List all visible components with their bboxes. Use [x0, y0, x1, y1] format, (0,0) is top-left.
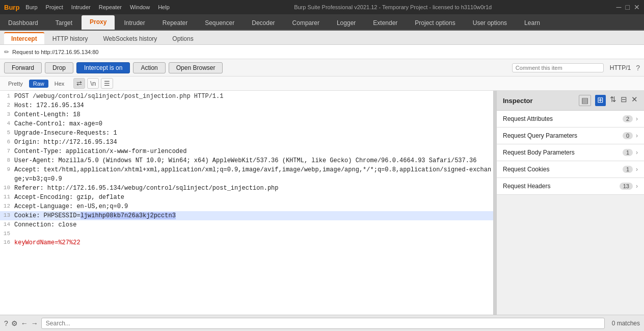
nav-back-button[interactable]: ←: [21, 319, 28, 327]
inspector-headers-label: Request Headers: [503, 183, 620, 190]
tab-comparer[interactable]: Comparer: [284, 16, 328, 30]
tab-dashboard[interactable]: Dashboard: [0, 16, 46, 30]
tab-intercept[interactable]: Intercept: [4, 32, 44, 44]
inspector-cookies-chevron: ›: [636, 166, 638, 173]
matches-count: 0 matches: [612, 320, 640, 327]
status-bar: ? ⚙ ← → 0 matches: [0, 315, 644, 331]
tab-intruder[interactable]: Intruder: [116, 16, 153, 30]
inspector-query-params-chevron: ›: [636, 132, 638, 139]
code-line-9: 9Accept: text/html,application/xhtml+xml…: [0, 165, 493, 184]
tab-logger[interactable]: Logger: [329, 16, 364, 30]
app-logo: Burp: [4, 4, 19, 11]
edit-icon: ✏: [4, 48, 9, 56]
intercept-toggle[interactable]: Intercept is on: [76, 62, 130, 73]
tab-decoder[interactable]: Decoder: [244, 16, 283, 30]
http-version: HTTP/1: [610, 64, 631, 71]
code-line-2: 2Host: 172.16.95.134: [0, 101, 493, 110]
code-line-3: 3Content-Length: 18: [0, 110, 493, 119]
menu-window[interactable]: Window: [130, 4, 150, 10]
inspector-query-params-label: Request Query Parameters: [503, 132, 623, 139]
inspector-request-attributes-label: Request Attributes: [503, 115, 623, 122]
format-hex[interactable]: Hex: [50, 80, 69, 88]
content-area: 1POST /webug/control/sqlinject/post_inje…: [0, 91, 644, 315]
inspector-cookies[interactable]: Request Cookies 1 ›: [497, 161, 644, 178]
code-line-11: 11Accept-Encoding: gzip, deflate: [0, 193, 493, 202]
code-line-4: 4Cache-Control: max-age=0: [0, 119, 493, 129]
request-bar: ✏ Request to http://172.16.95.134:80: [0, 45, 644, 59]
main-tabs: Dashboard Target Proxy Intruder Repeater…: [0, 14, 644, 31]
tab-learn[interactable]: Learn: [516, 16, 548, 30]
forward-button[interactable]: Forward: [4, 62, 42, 73]
format-tabs: Pretty Raw Hex ⇄ \n ☰: [0, 77, 644, 91]
nav-forward-button[interactable]: →: [31, 319, 38, 327]
menu-project[interactable]: Project: [46, 4, 63, 10]
format-icon3[interactable]: ☰: [101, 78, 113, 89]
editor-pane[interactable]: 1POST /webug/control/sqlinject/post_inje…: [0, 91, 494, 315]
inspector-body-params-chevron: ›: [636, 149, 638, 156]
inspector-body-params-count: 1: [623, 149, 633, 156]
inspector-list-icon[interactable]: ▤: [579, 95, 591, 106]
format-icon2[interactable]: \n: [87, 78, 99, 89]
code-line-1: 1POST /webug/control/sqlinject/post_inje…: [0, 92, 493, 101]
inspector-headers-chevron: ›: [636, 183, 638, 190]
menu-burp[interactable]: Burp: [25, 4, 37, 10]
inspector-cookies-count: 1: [623, 166, 633, 173]
inspector-query-params[interactable]: Request Query Parameters 0 ›: [497, 128, 644, 144]
sub-tabs: Intercept HTTP history WebSockets histor…: [0, 31, 644, 45]
inspector-grid-icon[interactable]: ⊞: [595, 95, 606, 106]
window-controls[interactable]: ─ □ ✕: [616, 3, 640, 11]
menu-intruder[interactable]: Intruder: [71, 4, 91, 10]
inspector-request-attributes-count: 2: [623, 115, 633, 122]
menu-help[interactable]: Help: [158, 4, 170, 10]
action-button[interactable]: Action: [133, 62, 165, 73]
tab-extender[interactable]: Extender: [365, 16, 406, 30]
code-line-15: 15: [0, 230, 493, 238]
settings-status-icon[interactable]: ⚙: [11, 319, 18, 327]
titlebar-menus[interactable]: Burp Project Intruder Repeater Window He…: [25, 4, 169, 10]
tab-user-options[interactable]: User options: [465, 16, 515, 30]
format-raw[interactable]: Raw: [29, 80, 48, 88]
tab-target[interactable]: Target: [47, 16, 81, 30]
comment-input[interactable]: [512, 63, 604, 72]
menu-repeater[interactable]: Repeater: [99, 4, 122, 10]
code-line-7: 7Content-Type: application/x-www-form-ur…: [0, 147, 493, 156]
tab-options[interactable]: Options: [165, 33, 200, 44]
code-line-6: 6Origin: http://172.16.95.134: [0, 138, 493, 147]
request-url: Request to http://172.16.95.134:80: [12, 49, 98, 55]
inspector-icon-group[interactable]: ▤ ⊞ ⇅ ⊟ ✕: [579, 95, 638, 106]
inspector-request-attributes-chevron: ›: [636, 115, 638, 122]
tab-websockets-history[interactable]: WebSockets history: [96, 33, 164, 44]
tab-proxy[interactable]: Proxy: [82, 15, 115, 30]
code-line-10: 10Referer: http://172.16.95.134/webug/co…: [0, 184, 493, 193]
inspector-close-icon[interactable]: ✕: [631, 95, 638, 106]
drop-button[interactable]: Drop: [45, 62, 73, 73]
inspector-body-params[interactable]: Request Body Parameters 1 ›: [497, 144, 644, 161]
inspector-header: Inspector ▤ ⊞ ⇅ ⊟ ✕: [497, 91, 644, 111]
inspector-collapse-icon[interactable]: ⊟: [621, 95, 627, 106]
inspector-query-params-count: 0: [623, 132, 633, 139]
inspector-cookies-label: Request Cookies: [503, 166, 623, 173]
inspector-pane: Inspector ▤ ⊞ ⇅ ⊟ ✕ Request Attributes 2…: [496, 91, 644, 315]
code-line-5: 5Upgrade-Insecure-Requests: 1: [0, 129, 493, 138]
code-line-8: 8User-Agent: Mozilla/5.0 (Windows NT 10.…: [0, 156, 493, 165]
search-input[interactable]: [41, 318, 605, 329]
tab-http-history[interactable]: HTTP history: [45, 33, 95, 44]
tab-sequencer[interactable]: Sequencer: [197, 16, 243, 30]
inspector-sort-icon[interactable]: ⇅: [610, 95, 616, 106]
inspector-title: Inspector: [503, 97, 533, 105]
titlebar: Burp Burp Project Intruder Repeater Wind…: [0, 0, 644, 14]
tab-repeater[interactable]: Repeater: [154, 16, 196, 30]
inspector-headers-count: 13: [620, 183, 633, 190]
open-browser-button[interactable]: Open Browser: [169, 62, 223, 73]
close-button[interactable]: ✕: [634, 3, 640, 11]
format-icon1[interactable]: ⇄: [73, 78, 85, 89]
help-button[interactable]: ?: [636, 64, 640, 72]
help-status-icon[interactable]: ?: [4, 319, 8, 327]
format-pretty[interactable]: Pretty: [4, 80, 27, 88]
maximize-button[interactable]: □: [626, 3, 630, 11]
inspector-request-attributes[interactable]: Request Attributes 2 ›: [497, 111, 644, 128]
inspector-headers[interactable]: Request Headers 13 ›: [497, 178, 644, 195]
minimize-button[interactable]: ─: [616, 3, 622, 11]
tab-project-options[interactable]: Project options: [407, 16, 463, 30]
code-line-12: 12Accept-Language: en-US,en;q=0.9: [0, 202, 493, 211]
